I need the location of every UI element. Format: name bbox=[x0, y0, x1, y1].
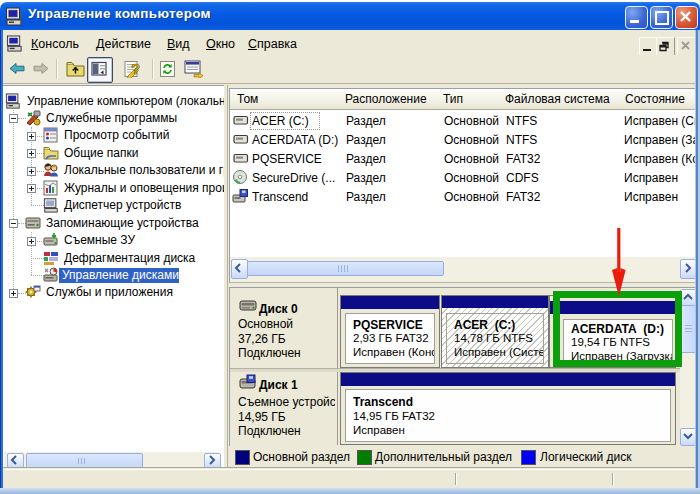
svg-text:?: ? bbox=[131, 60, 140, 77]
